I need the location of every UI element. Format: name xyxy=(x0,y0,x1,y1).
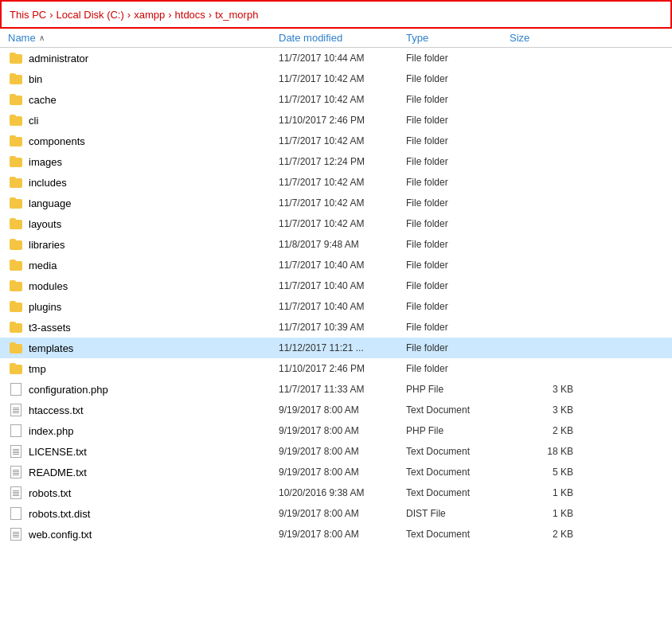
file-date: 11/7/2017 10:42 AM xyxy=(279,218,406,229)
file-type: PHP File xyxy=(406,425,510,436)
file-name: htaccess.txt xyxy=(29,404,84,416)
sep1: › xyxy=(49,9,53,21)
folder-icon xyxy=(10,260,22,271)
file-name: images xyxy=(29,156,62,168)
folder-icon xyxy=(10,73,22,84)
file-name: plugins xyxy=(29,301,61,313)
file-type: Text Document xyxy=(406,487,510,498)
table-row[interactable]: administrator11/7/2017 10:44 AMFile fold… xyxy=(0,48,672,68)
table-row[interactable]: language11/7/2017 10:42 AMFile folder xyxy=(0,193,672,213)
folder-icon xyxy=(10,197,22,209)
table-row[interactable]: modules11/7/2017 10:40 AMFile folder xyxy=(0,275,672,296)
file-name: language xyxy=(29,197,72,209)
table-row[interactable]: includes11/7/2017 10:42 AMFile folder xyxy=(0,172,672,193)
breadcrumb-part-4[interactable]: tx_morph xyxy=(215,9,258,21)
table-row[interactable]: layouts11/7/2017 10:42 AMFile folder xyxy=(0,213,672,234)
table-row[interactable]: configuration.php11/7/2017 11:33 AMPHP F… xyxy=(0,379,672,400)
table-row[interactable]: LICENSE.txt9/19/2017 8:00 AMText Documen… xyxy=(0,441,672,462)
table-row[interactable]: images11/7/2017 12:24 PMFile folder xyxy=(0,151,672,172)
file-icon xyxy=(10,486,21,499)
file-size: 3 KB xyxy=(510,384,573,395)
breadcrumb-part-1[interactable]: Local Disk (C:) xyxy=(57,9,124,21)
file-date: 9/19/2017 8:00 AM xyxy=(279,446,406,457)
file-type: Text Document xyxy=(406,529,510,540)
table-row[interactable]: web.config.txt9/19/2017 8:00 AMText Docu… xyxy=(0,524,672,545)
breadcrumb-part-2[interactable]: xampp xyxy=(134,9,165,21)
file-date: 9/19/2017 8:00 AM xyxy=(279,508,406,519)
file-name: cli xyxy=(29,115,38,127)
breadcrumb-part-0[interactable]: This PC xyxy=(10,9,46,21)
file-date: 11/7/2017 11:33 AM xyxy=(279,384,406,395)
column-type-header[interactable]: Type xyxy=(406,32,510,44)
file-date: 11/7/2017 10:39 AM xyxy=(279,322,406,333)
file-date: 11/7/2017 10:40 AM xyxy=(279,301,406,312)
folder-icon xyxy=(10,115,22,126)
file-type: PHP File xyxy=(406,384,510,395)
file-size: 1 KB xyxy=(510,508,573,519)
table-row[interactable]: media11/7/2017 10:40 AMFile folder xyxy=(0,255,672,275)
file-type: Text Document xyxy=(406,446,510,457)
breadcrumb-bar: This PC › Local Disk (C:) › xampp › htdo… xyxy=(0,0,672,29)
folder-icon xyxy=(10,363,22,374)
file-date: 11/7/2017 10:42 AM xyxy=(279,73,406,84)
table-row[interactable]: bin11/7/2017 10:42 AMFile folder xyxy=(0,68,672,89)
folder-icon xyxy=(10,94,22,105)
file-icon xyxy=(10,445,21,458)
file-name: configuration.php xyxy=(29,384,108,396)
file-icon xyxy=(10,507,21,520)
table-row[interactable]: README.txt9/19/2017 8:00 AMText Document… xyxy=(0,462,672,482)
table-row[interactable]: robots.txt.dist9/19/2017 8:00 AMDIST Fil… xyxy=(0,503,672,524)
file-date: 11/7/2017 10:42 AM xyxy=(279,197,406,209)
file-list: administrator11/7/2017 10:44 AMFile fold… xyxy=(0,48,672,609)
folder-icon xyxy=(10,322,22,333)
table-row[interactable]: index.php9/19/2017 8:00 AMPHP File2 KB xyxy=(0,420,672,441)
table-row[interactable]: htaccess.txt9/19/2017 8:00 AMText Docume… xyxy=(0,400,672,420)
file-date: 11/7/2017 12:24 PM xyxy=(279,156,406,167)
column-date-header[interactable]: Date modified xyxy=(279,32,406,44)
file-size: 3 KB xyxy=(510,404,573,416)
file-date: 11/7/2017 10:40 AM xyxy=(279,280,406,291)
file-name: media xyxy=(29,260,57,271)
file-date: 11/10/2017 2:46 PM xyxy=(279,363,406,374)
file-name: libraries xyxy=(29,239,65,251)
file-type: File folder xyxy=(406,135,510,146)
column-header-row: Name ∧ Date modified Type Size xyxy=(0,29,672,48)
file-date: 11/7/2017 10:42 AM xyxy=(279,135,406,146)
file-size: 2 KB xyxy=(510,425,573,436)
file-type: File folder xyxy=(406,94,510,105)
file-name: templates xyxy=(29,342,73,354)
table-row[interactable]: components11/7/2017 10:42 AMFile folder xyxy=(0,131,672,151)
file-size: 2 KB xyxy=(510,529,573,540)
file-type: Text Document xyxy=(406,404,510,416)
file-name: bin xyxy=(29,73,42,85)
breadcrumb-part-3[interactable]: htdocs xyxy=(175,9,205,21)
file-name: LICENSE.txt xyxy=(29,446,87,458)
file-type: DIST File xyxy=(406,508,510,519)
file-name: tmp xyxy=(29,363,46,375)
table-row[interactable]: tmp11/10/2017 2:46 PMFile folder xyxy=(0,358,672,379)
column-size-header[interactable]: Size xyxy=(510,32,573,44)
file-icon xyxy=(10,466,21,478)
file-icon xyxy=(10,383,21,396)
table-row[interactable]: cli11/10/2017 2:46 PMFile folder xyxy=(0,110,672,131)
table-row[interactable]: t3-assets11/7/2017 10:39 AMFile folder xyxy=(0,317,672,338)
table-row[interactable]: templates11/12/2017 11:21 ...File folder xyxy=(0,338,672,358)
file-type: File folder xyxy=(406,280,510,291)
table-row[interactable]: libraries11/8/2017 9:48 AMFile folder xyxy=(0,234,672,255)
table-row[interactable]: robots.txt10/20/2016 9:38 AMText Documen… xyxy=(0,482,672,503)
file-size: 18 KB xyxy=(510,446,573,457)
file-name: components xyxy=(29,135,85,147)
file-name: robots.txt xyxy=(29,487,71,499)
file-date: 11/7/2017 10:40 AM xyxy=(279,260,406,271)
table-row[interactable]: cache11/7/2017 10:42 AMFile folder xyxy=(0,89,672,110)
folder-icon xyxy=(10,135,22,146)
file-date: 11/7/2017 10:42 AM xyxy=(279,94,406,105)
file-date: 11/7/2017 10:44 AM xyxy=(279,53,406,64)
column-name-header[interactable]: Name ∧ xyxy=(8,32,279,44)
file-type: File folder xyxy=(406,156,510,167)
folder-icon xyxy=(10,239,22,250)
sort-arrow-icon: ∧ xyxy=(39,33,45,42)
file-type: File folder xyxy=(406,260,510,271)
file-name: cache xyxy=(29,94,57,106)
table-row[interactable]: plugins11/7/2017 10:40 AMFile folder xyxy=(0,296,672,317)
